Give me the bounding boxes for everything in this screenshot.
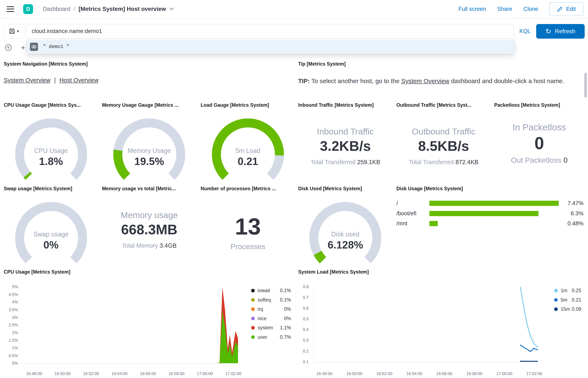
gauge-value: 0% [10,239,92,251]
y-axis-tick: 2% [12,330,18,335]
panel-title[interactable]: Disk Usage [Metrics System] [397,186,584,191]
y-axis-tick: 5% [12,284,18,289]
panel-title[interactable]: Packetloss [Metrics System] [494,102,584,108]
panel-title[interactable]: System Navigation [Metrics System] [4,61,293,67]
metric-sub-label: Total Memory [122,242,158,249]
legend-item[interactable]: 5m0.21 [554,295,581,305]
saved-query-menu-button[interactable]: ▾ [4,24,25,39]
legend-label: softirq [258,297,271,303]
suggestion-value: " demo1 " [43,44,69,50]
menu-icon[interactable] [7,6,14,12]
panel-title[interactable]: CPU Usage [Metrics System] [4,269,296,275]
disk-usage-bar-track [429,201,559,206]
legend-label: system [258,325,273,331]
legend-item[interactable]: 1m0.25 [554,286,581,295]
kibana-dashboard-app: D Dashboard / [Metrics System] Host over… [0,0,588,378]
clone-link[interactable]: Clone [523,6,538,12]
legend-item[interactable]: nice0% [251,314,291,323]
vertical-scrollbar[interactable] [584,73,587,98]
disk-usage-bar [429,211,538,216]
caret-down-icon: ▾ [17,29,19,34]
edit-button[interactable]: Edit [549,2,583,16]
cpu-usage-gauge: CPU Usage1.8% [10,118,92,182]
system-load-line-chart[interactable] [313,287,538,362]
panel-title[interactable]: Load Gauge [Metrics System] [201,102,295,108]
gauge-label: Disk used [304,230,387,238]
panel-number-of-processes: Number of processes [Metrics ... 13 Proc… [201,186,295,265]
x-axis-tick: 16:58:00 [466,371,482,376]
legend-item[interactable]: 15m0.09 [554,305,581,314]
metric-sub-value: 259.1KB [357,159,380,165]
legend-item[interactable]: iowait0.1% [251,286,291,295]
panel-title[interactable]: Inbound Traffic [Metrics System] [298,102,393,108]
legend-item[interactable]: softirq0.1% [251,295,291,305]
tip-text: TIP: To select another host, go to the S… [298,76,576,86]
chart-legend: iowait0.1%softirq0.1%irq0%nice0%system1.… [251,286,291,342]
space-avatar[interactable]: D [23,4,33,14]
disk-usage-row: /7.47% [397,198,584,208]
legend-item[interactable]: irq0% [251,305,291,314]
panel-disk-usage: Disk Usage [Metrics System] /7.47%/boot/… [397,186,584,265]
panel-title[interactable]: CPU Usage Gauge [Metrics Sys... [4,102,98,108]
metric-sub-label: Total Transferred [409,159,454,165]
pencil-icon [557,6,563,12]
host-overview-link[interactable]: Host Overview [60,77,99,83]
metric-value: 668.3MB [102,222,196,237]
legend-color-dot [251,335,255,339]
breadcrumb-separator: / [74,6,75,12]
disk-used-gauge: Disk used6.128% [304,202,387,266]
legend-color-dot [251,317,255,320]
metric-sub-value: 0 [563,156,568,164]
x-axis-tick: 17:02:00 [526,371,542,376]
breadcrumb-dashboard[interactable]: Dashboard [43,6,70,12]
panel-cpu-usage-gauge: CPU Usage Gauge [Metrics Sys... CPU Usag… [4,102,98,182]
add-filter-button[interactable]: + [21,44,25,51]
cpu-usage-area-chart[interactable] [21,287,238,364]
panel-title[interactable]: Swap usage [Metrics System] [4,186,98,191]
y-axis-tick: 3% [12,315,18,320]
memory-usage-metric: Memory usage 668.3MB Total Memory 3.4GB [102,210,196,249]
chevron-down-icon[interactable] [169,8,174,11]
x-axis-tick: 16:54:00 [406,371,422,376]
legend-value: 0.1% [280,297,291,303]
gauge-value: 1.8% [10,155,92,167]
outbound-traffic-metric: Outbound Traffic 8.5KB/s Total Transferr… [397,127,491,166]
panel-title[interactable]: Number of processes [Metrics ... [201,186,295,191]
x-axis-tick: 16:54:00 [111,371,127,376]
query-input[interactable] [26,24,514,39]
legend-item[interactable]: system1.1% [251,323,291,333]
panel-title[interactable]: Outbound Traffic [Metrics Syst... [397,102,491,108]
y-axis-tick: 0.8 [303,284,309,289]
query-bar: ▾ KQL ↻ Refresh [4,24,585,39]
x-axis-tick: 17:02:00 [225,371,241,376]
y-axis-tick: 0% [12,361,18,366]
metric-sub-value: 3.4GB [160,242,177,249]
legend-color-dot [251,289,255,292]
disk-usage-bar [429,201,559,206]
area-chart-svg [21,287,238,363]
tip-system-overview-link[interactable]: System Overview [401,78,449,84]
metric-value: 13 [201,215,295,239]
gauge-label: Swap usage [10,230,92,238]
full-screen-link[interactable]: Full screen [458,6,486,12]
disk-usage-value: 0.48% [559,220,583,227]
legend-value: 0.21 [572,297,581,303]
panel-title[interactable]: Disk Used [Metrics System] [298,186,393,191]
disk-mount-label: /boot/efi [397,210,429,217]
panel-title[interactable]: Tip [Metrics System] [298,61,581,67]
share-link[interactable]: Share [497,6,512,12]
legend-item[interactable]: user0.7% [251,333,291,342]
refresh-button[interactable]: ↻ Refresh [536,24,585,39]
y-axis: 5%4.5%4%3.5%3%2.5%2%1.5%1%0.5%0% [4,287,18,364]
x-axis-tick: 16:52:00 [376,371,392,376]
filter-menu-icon[interactable] [5,44,12,51]
system-overview-link[interactable]: System Overview [4,77,50,83]
panel-title[interactable]: System Load [Metrics System] [298,269,584,275]
legend-label: 1m [561,288,567,293]
panel-title[interactable]: Memory Usage Gauge [Metrics ... [102,102,196,108]
x-axis-tick: 16:52:00 [83,371,99,376]
x-axis: 16:48:0016:50:0016:52:0016:54:0016:56:00… [21,371,238,377]
kql-language-button[interactable]: KQL [514,28,536,34]
query-suggestion-item[interactable]: " demo1 " [27,40,514,54]
panel-title[interactable]: Memory usage vs total [Metric... [102,186,196,191]
